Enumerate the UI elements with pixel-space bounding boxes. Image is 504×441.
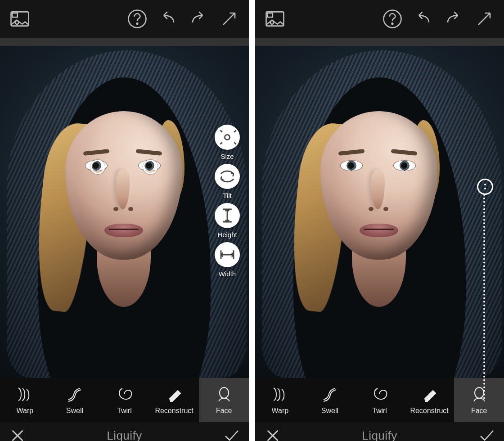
tool-label: Swell bbox=[321, 407, 338, 415]
face-option-height[interactable]: Height bbox=[215, 203, 240, 238]
face-option-label: Width bbox=[219, 270, 236, 278]
portrait-photo bbox=[255, 46, 504, 378]
tool-label: Face bbox=[471, 407, 487, 415]
svg-point-5 bbox=[225, 135, 230, 140]
warp-icon bbox=[271, 385, 289, 403]
face-tool-options: Size Tilt Height Width bbox=[215, 125, 240, 278]
twirl-icon bbox=[370, 385, 388, 403]
tool-label: Warp bbox=[271, 407, 288, 415]
redo-icon[interactable] bbox=[187, 7, 210, 31]
svg-rect-0 bbox=[11, 12, 29, 26]
compare-icon[interactable] bbox=[8, 7, 32, 31]
image-canvas[interactable] bbox=[255, 46, 504, 378]
width-icon bbox=[215, 242, 240, 267]
face-option-width[interactable]: Width bbox=[215, 242, 240, 278]
face-option-label: Height bbox=[217, 231, 237, 238]
slider-thumb[interactable] bbox=[477, 179, 493, 195]
svg-point-10 bbox=[384, 10, 401, 28]
mode-title: Liquify bbox=[280, 429, 479, 441]
compare-icon[interactable] bbox=[263, 7, 287, 31]
tool-warp[interactable]: Warp bbox=[255, 378, 305, 422]
size-icon bbox=[215, 125, 240, 150]
top-toolbar bbox=[0, 0, 249, 38]
swell-icon bbox=[321, 385, 339, 403]
apply-button[interactable] bbox=[479, 428, 494, 441]
face-icon bbox=[215, 385, 233, 403]
tool-warp[interactable]: Warp bbox=[0, 378, 50, 422]
tool-label: Reconstruct bbox=[155, 407, 193, 415]
undo-icon[interactable] bbox=[411, 7, 435, 31]
cancel-button[interactable] bbox=[265, 428, 280, 441]
toolbar-divider bbox=[0, 38, 249, 46]
warp-icon bbox=[16, 385, 34, 403]
cancel-button[interactable] bbox=[10, 428, 25, 441]
eye-marker-left[interactable] bbox=[90, 160, 105, 174]
tool-swell[interactable]: Swell bbox=[305, 378, 355, 422]
tool-twirl[interactable]: Twirl bbox=[355, 378, 405, 422]
svg-point-4 bbox=[137, 23, 138, 24]
undo-icon[interactable] bbox=[156, 7, 180, 31]
svg-point-3 bbox=[129, 10, 146, 28]
screen-left: Size Tilt Height Width Warp bbox=[0, 0, 249, 441]
svg-rect-8 bbox=[267, 13, 273, 17]
tool-face[interactable]: Face bbox=[199, 378, 249, 422]
face-option-label: Size bbox=[220, 153, 234, 160]
tool-reconstruct[interactable]: Reconstruct bbox=[405, 378, 454, 422]
apply-button[interactable] bbox=[224, 428, 239, 441]
tool-label: Reconstruct bbox=[410, 407, 448, 415]
screen-right: Warp Swell Twirl Reconstruct Face Liquif… bbox=[255, 0, 504, 441]
liquify-tool-row: Warp Swell Twirl Reconstruct Face bbox=[0, 378, 249, 422]
portrait-photo bbox=[0, 46, 249, 378]
tool-label: Swell bbox=[66, 407, 83, 415]
liquify-tool-row: Warp Swell Twirl Reconstruct Face bbox=[255, 378, 504, 422]
tilt-icon bbox=[215, 164, 240, 189]
top-toolbar bbox=[255, 0, 504, 38]
svg-point-6 bbox=[220, 387, 229, 398]
mode-title: Liquify bbox=[25, 429, 224, 441]
twirl-icon bbox=[115, 385, 133, 403]
swell-icon bbox=[66, 385, 84, 403]
eraser-icon bbox=[420, 385, 438, 403]
face-option-tilt[interactable]: Tilt bbox=[215, 164, 240, 199]
eraser-icon bbox=[165, 385, 183, 403]
fullscreen-icon[interactable] bbox=[472, 7, 496, 31]
height-icon bbox=[215, 203, 240, 228]
toolbar-divider bbox=[255, 38, 504, 46]
svg-rect-1 bbox=[12, 13, 18, 17]
svg-rect-7 bbox=[266, 12, 284, 26]
face-option-label: Tilt bbox=[223, 192, 231, 199]
tool-twirl[interactable]: Twirl bbox=[99, 378, 149, 422]
confirm-bar: Liquify bbox=[255, 422, 504, 441]
face-option-size[interactable]: Size bbox=[215, 125, 240, 160]
tool-label: Twirl bbox=[117, 407, 132, 415]
adjust-slider[interactable] bbox=[477, 179, 490, 399]
svg-point-11 bbox=[392, 23, 393, 24]
tool-label: Twirl bbox=[372, 407, 387, 415]
tool-swell[interactable]: Swell bbox=[50, 378, 100, 422]
eye-marker-right[interactable] bbox=[143, 160, 158, 174]
image-canvas[interactable]: Size Tilt Height Width bbox=[0, 46, 249, 378]
tool-label: Face bbox=[216, 407, 232, 415]
help-icon[interactable] bbox=[126, 7, 149, 31]
confirm-bar: Liquify bbox=[0, 422, 249, 441]
tool-label: Warp bbox=[16, 407, 33, 415]
tool-reconstruct[interactable]: Reconstruct bbox=[149, 378, 199, 422]
help-icon[interactable] bbox=[381, 7, 404, 31]
slider-track bbox=[483, 194, 485, 399]
fullscreen-icon[interactable] bbox=[217, 7, 241, 31]
redo-icon[interactable] bbox=[442, 7, 465, 31]
